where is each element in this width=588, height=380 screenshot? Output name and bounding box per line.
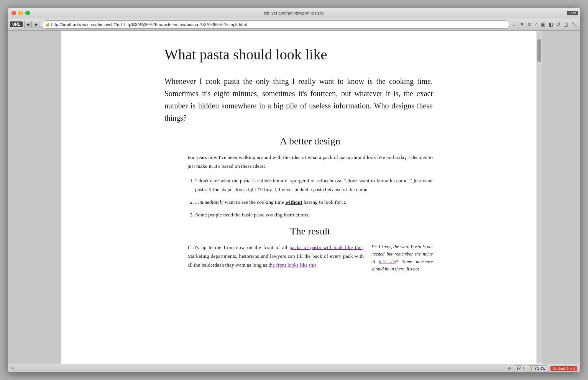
section2-body-before: If it's up to me from now on the front o…: [187, 244, 289, 250]
url-icon: 🔒: [45, 22, 50, 26]
status-left: ✕: [11, 366, 14, 370]
close-button[interactable]: [11, 11, 16, 15]
result-text: If it's up to me from now on the front o…: [187, 243, 364, 276]
bookmark-down-icon[interactable]: ▼: [519, 21, 525, 28]
items-list: I don't care what the pasta is called: f…: [195, 177, 433, 219]
status-circle-icon: ⊙: [508, 366, 511, 370]
list-item-1-text: I don't care what the pasta is called: f…: [195, 178, 433, 192]
section2-link1[interactable]: packs of pasta will look like this: [289, 244, 362, 250]
list-item: Some people need the basic pasta cooking…: [195, 211, 433, 219]
list-item-3-text: Some people need the basic pasta cooking…: [195, 212, 309, 218]
scrollbar[interactable]: [536, 31, 542, 364]
browser-window: ish. yet another viewport resizer. Size …: [8, 8, 580, 372]
sync-icon[interactable]: ↺: [555, 21, 561, 28]
maximize-button[interactable]: [25, 11, 30, 15]
navigation-bar: URL ◀ ▶ 🔒 http://bradfrostweb.com/demo/i…: [8, 18, 580, 31]
sidebar-note: Yes I know, the word Pasta is not needed…: [371, 243, 433, 276]
blocked-badge[interactable]: Blocked: 1 of 1: [550, 366, 577, 371]
screenshot-icon[interactable]: ▣: [540, 21, 546, 28]
section2-heading: The result: [187, 226, 433, 237]
status-bar: ✕ ⊙ 1P 🏠 YSlow Blocked: 1 of 1: [8, 364, 580, 372]
section2-link2[interactable]: the front looks like this: [268, 262, 316, 268]
scrollbar-thumb[interactable]: [537, 39, 541, 62]
list-item-2-text: I immediately want to see the cooking ti…: [195, 199, 346, 205]
list-item: I don't care what the pasta is called: f…: [195, 177, 433, 194]
content-area[interactable]: What pasta should look like Whenever I c…: [61, 31, 536, 364]
title-bar: ish. yet another viewport resizer. Size: [8, 8, 580, 18]
scrollbar-track[interactable]: [537, 31, 542, 363]
sidebar-left: [8, 31, 61, 364]
addon-icon[interactable]: ◧: [548, 21, 554, 28]
section2-body: If it's up to me from now on the front o…: [187, 243, 364, 270]
forward-button[interactable]: ▶: [33, 21, 40, 28]
url-text: http://bradfrostweb.com/demo/ish/?url=ht…: [51, 22, 247, 27]
window-title: ish. yet another viewport resizer.: [264, 11, 324, 15]
article-intro: Whenever I cook pasta the only thing I r…: [164, 75, 433, 124]
minimize-button[interactable]: [18, 11, 23, 15]
home-icon[interactable]: ⌂: [534, 21, 539, 28]
nav-icons-right: ☆ ▼ ↻ ⌂ ▣ ◧ ↺ ◫ 🔧: [511, 21, 578, 28]
bookmark-star-icon[interactable]: ☆: [511, 21, 517, 28]
back-button[interactable]: ◀: [24, 21, 32, 28]
bookmark-list-icon[interactable]: ◫: [563, 21, 569, 28]
size-button[interactable]: Size: [567, 11, 578, 15]
window-controls: [11, 11, 30, 15]
sidebar-right: [542, 31, 580, 364]
close-status-icon: ✕: [11, 366, 14, 370]
section2-body-after: .: [317, 262, 318, 268]
article-title: What pasta should look like: [164, 46, 433, 64]
onepass-button[interactable]: 1P: [514, 365, 523, 371]
url-tab-button[interactable]: URL: [10, 21, 23, 27]
section1-wrapper: A better design For years now I've been …: [164, 136, 433, 276]
list-item: I immediately want to see the cooking ti…: [195, 198, 433, 207]
article-wrapper: What pasta should look like Whenever I c…: [164, 46, 433, 276]
section1-heading: A better design: [187, 136, 433, 147]
refresh-icon[interactable]: ↻: [527, 21, 532, 28]
tools-icon[interactable]: 🔧: [570, 21, 578, 28]
result-section: If it's up to me from now on the front o…: [187, 243, 433, 276]
status-right: ⊙ 1P 🏠 YSlow Blocked: 1 of 1: [508, 365, 577, 371]
browser-content: What pasta should look like Whenever I c…: [8, 31, 580, 364]
section1-body: For years now I've been walking around w…: [187, 153, 433, 171]
nav-arrows: ◀ ▶: [24, 21, 40, 28]
sidebar-note-link[interactable]: this site: [379, 259, 396, 264]
url-bar[interactable]: 🔒 http://bradfrostweb.com/demo/ish/?url=…: [42, 20, 510, 29]
yslow-button[interactable]: 🏠 YSlow: [527, 365, 548, 371]
